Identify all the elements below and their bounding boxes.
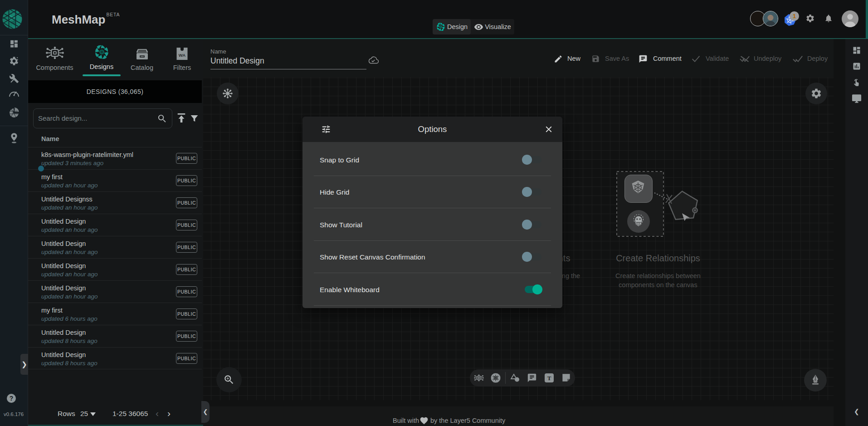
svg-text:T: T	[547, 375, 551, 382]
svg-text:WA: WA	[179, 53, 185, 58]
